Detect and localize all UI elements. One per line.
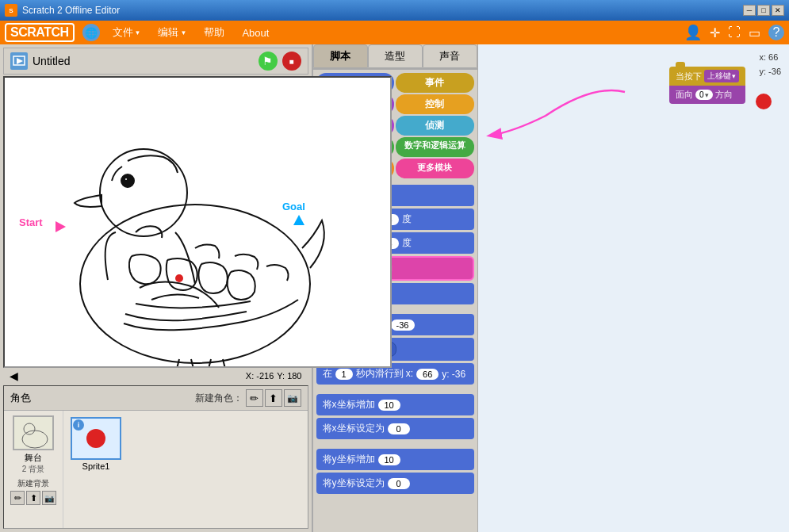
- sprite-item[interactable]: i Sprite1: [68, 415, 124, 473]
- goal-label: Goal: [282, 201, 305, 212]
- glide-time-input[interactable]: [335, 369, 353, 380]
- change-x-input[interactable]: [378, 400, 400, 411]
- menu-help[interactable]: 帮助: [199, 24, 229, 41]
- help-icon[interactable]: ?: [768, 25, 784, 40]
- stage-title: Untitled: [33, 55, 259, 67]
- block-set-x[interactable]: 将x坐标设定为: [316, 418, 474, 439]
- sprite-header: 角色 新建角色： ✏ ⬆ 📷: [4, 386, 308, 411]
- change-y-input[interactable]: [378, 454, 400, 465]
- small-stage-icon[interactable]: ▭: [749, 25, 760, 40]
- svg-point-5: [124, 178, 128, 181]
- sprite-info-badge: i: [73, 419, 84, 431]
- paint-backdrop-button[interactable]: ✏: [10, 491, 25, 505]
- stop-button[interactable]: ■: [282, 52, 301, 71]
- stage-size-icon[interactable]: ⛶: [728, 25, 741, 40]
- close-button[interactable]: ✕: [772, 5, 784, 16]
- stage-sublabel: 2 背景: [22, 464, 44, 475]
- trigger-block[interactable]: 当按下 上移键▾: [669, 67, 745, 86]
- stage-canvas: Start Goal: [3, 76, 392, 368]
- cat-more[interactable]: 更多模块: [396, 159, 474, 178]
- tab-sounds[interactable]: 声音: [423, 44, 477, 68]
- minimize-button[interactable]: ─: [743, 5, 756, 16]
- cat-sensing[interactable]: 侦测: [396, 116, 474, 136]
- menu-file[interactable]: 文件▼: [108, 24, 146, 41]
- sprite-title: 角色: [10, 391, 31, 405]
- tabs: 脚本 造型 声音: [313, 44, 477, 70]
- menu-bar: SCRATCH 🌐 文件▼ 编辑▼ 帮助 About 👤 ✛ ⛶ ▭ ?: [0, 21, 789, 44]
- stage-icon: [10, 52, 28, 70]
- app-icon: S: [5, 4, 17, 17]
- coords-display: x: 66 y: -36: [759, 51, 781, 78]
- red-dot-center: [175, 274, 183, 282]
- coord-x: X: -216: [246, 371, 274, 381]
- scratch-logo: SCRATCH: [5, 23, 75, 42]
- coord-y-display: y: -36: [759, 65, 781, 79]
- title-bar: S Scratch 2 Offline Editor ─ □ ✕: [0, 0, 789, 21]
- cat-events[interactable]: 事件: [396, 73, 474, 93]
- coord-y: Y: 180: [277, 371, 301, 381]
- start-label: Start: [19, 216, 43, 228]
- glide-x-input[interactable]: [416, 369, 439, 380]
- maximize-button[interactable]: □: [757, 5, 770, 16]
- stage-header: Untitled ⚑ ■: [3, 48, 308, 75]
- toolbar-right: 👤 ✛ ⛶ ▭ ?: [684, 24, 784, 41]
- pink-arrow: [482, 76, 657, 147]
- red-dot-stage: [756, 94, 772, 109]
- set-x-input[interactable]: [388, 423, 410, 434]
- stage-label: 舞台: [25, 452, 42, 464]
- coord-x-display: x: 66: [759, 51, 781, 65]
- goto-y-input[interactable]: [391, 320, 415, 331]
- svg-rect-6: [14, 417, 54, 450]
- expand-button[interactable]: ◀: [10, 369, 18, 382]
- new-backdrop-label: 新建背景: [17, 478, 49, 489]
- menu-edit[interactable]: 编辑▼: [153, 24, 191, 41]
- script-block-container: 当按下 上移键▾ 面向 0▾ 方向: [669, 67, 745, 104]
- svg-point-3: [100, 149, 187, 236]
- window-controls: ─ □ ✕: [743, 5, 784, 16]
- set-y-input[interactable]: [388, 478, 410, 489]
- cat-operators[interactable]: 数字和逻辑运算: [396, 137, 474, 157]
- sprite-list: i Sprite1: [63, 411, 308, 528]
- start-arrow: [56, 221, 66, 232]
- green-flag-button[interactable]: ⚑: [259, 52, 278, 71]
- menu-about[interactable]: About: [237, 25, 274, 40]
- upload-backdrop-button[interactable]: ⬆: [26, 491, 40, 505]
- scripts-panel: x: 66 y: -36 当按下 上移键▾ 面向 0▾ 方向: [478, 44, 790, 532]
- cat-control[interactable]: 控制: [396, 94, 474, 114]
- action-block[interactable]: 面向 0▾ 方向: [669, 86, 745, 104]
- svg-marker-1: [17, 58, 23, 64]
- title-text: Scratch 2 Offline Editor: [22, 5, 120, 16]
- fullscreen-icon[interactable]: ✛: [710, 25, 720, 40]
- sprite-area: 角色 新建角色： ✏ ⬆ 📷: [3, 385, 308, 529]
- add-sprite-icon[interactable]: 👤: [684, 24, 702, 41]
- globe-button[interactable]: 🌐: [82, 24, 100, 41]
- upload-sprite-button[interactable]: ⬆: [265, 389, 282, 407]
- paint-sprite-button[interactable]: ✏: [246, 389, 263, 407]
- new-sprite-label: 新建角色：: [195, 392, 243, 405]
- coord-bar: ◀ X: -216 Y: 180: [3, 368, 308, 384]
- sprite-thumbnail[interactable]: i: [71, 417, 121, 460]
- camera-backdrop-button[interactable]: 📷: [42, 491, 56, 505]
- tab-costumes[interactable]: 造型: [368, 44, 423, 68]
- tab-scripts[interactable]: 脚本: [313, 44, 368, 68]
- block-change-y[interactable]: 将y坐标增加: [316, 449, 474, 470]
- camera-sprite-button[interactable]: 📷: [284, 389, 301, 407]
- block-set-y[interactable]: 将y坐标设定为: [316, 473, 474, 494]
- sprite-name: Sprite1: [82, 461, 110, 471]
- stage-thumbnail-area: 舞台 2 背景 新建背景 ✏ ⬆ 📷: [4, 411, 63, 528]
- stage-thumbnail[interactable]: [13, 415, 54, 450]
- goal-arrow: [293, 215, 304, 225]
- block-change-x[interactable]: 将x坐标增加: [316, 394, 474, 415]
